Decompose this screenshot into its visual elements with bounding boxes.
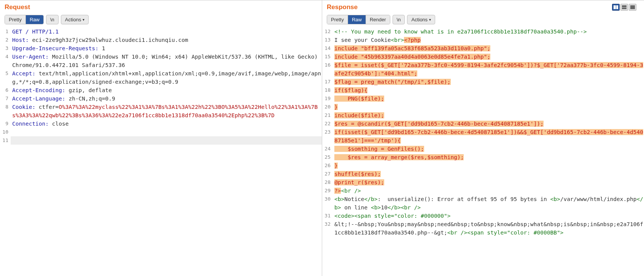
line-content[interactable]: if($flag){ [333,86,644,94]
code-token: Cookie: [12,104,35,110]
code-token: ctfer [35,104,55,110]
code-token: $somthing = GenFiles(); [334,146,424,152]
code-token: <b> [334,196,344,202]
request-title: Request [5,3,30,11]
line-content[interactable]: Accept: text/html,application/xhtml+xml,… [11,69,322,86]
line-number: 31 [322,212,333,220]
code-token: <br /> [341,188,361,194]
line-number: 5 [0,69,11,86]
code-token: Mozilla/5.0 (Windows NT 10.0; Win64; x64… [12,54,321,68]
line-number: 28 [322,178,333,187]
code-token: @print_r($res); [334,179,384,185]
line-number: 20 [322,103,333,111]
code-line: 11 [0,136,322,145]
layout-split-horizontal-button[interactable] [620,4,628,11]
response-view-tabs: Pretty Raw Render [327,15,390,24]
code-line: 3Upgrade-Insecure-Requests: 1 [0,44,322,53]
line-content[interactable] [11,128,322,136]
code-token: <br /><span style="color: #0000BB"> [447,230,564,236]
code-token: include "bff139fa05ac583f685a523ab3d110a… [334,45,490,51]
line-content[interactable]: $file = isset($_GET['72aa377b-3fc0-4599-… [333,61,644,78]
request-header: Request [0,0,322,13]
line-content[interactable]: if(isset($_GET['dd9bd165-7cb2-446b-bece-… [333,128,644,145]
line-number: 4 [0,53,11,69]
line-content[interactable]: Connection: close [11,120,322,128]
tab-raw[interactable]: Raw [348,15,366,24]
line-number: 26 [322,161,333,170]
code-line: 7Accept-Language: zh-CN,zh;q=0.9 [0,94,322,103]
line-content[interactable]: Accept-Encoding: gzip, deflate [11,86,322,94]
code-token: } [334,163,338,169]
tab-raw[interactable]: Raw [26,15,43,24]
newline-button[interactable]: \n [393,15,405,24]
line-content[interactable]: include($file); [333,111,644,120]
line-content[interactable] [11,136,322,145]
line-number: 30 [322,195,333,212]
chevron-down-icon: ▾ [83,18,84,22]
line-content[interactable]: $res = @scandir($_GET['dd9bd165-7cb2-446… [333,120,644,128]
code-token: GET / HTTP/1.1 [12,29,59,35]
layout-toggle [612,4,639,11]
code-line: 25 $res = array_merge($res,$somthing); [322,153,644,161]
line-content[interactable]: } [333,161,644,170]
line-content[interactable]: Cookie: ctfer=O%3A7%3A%22myclass%22%3A1%… [11,103,322,120]
line-number: 7 [0,94,11,103]
response-panel: Response Pretty Raw Render \n [322,0,644,276]
response-code-area[interactable]: 12<!-- You may need to know what is in e… [322,27,644,276]
actions-button[interactable]: Actions ▾ [61,15,89,24]
line-number: 18 [322,86,333,94]
tab-pretty[interactable]: Pretty [327,15,348,24]
line-number: 2 [0,36,11,44]
line-content[interactable]: @print_r($res); [333,178,644,187]
chevron-down-icon: ▾ [429,18,431,22]
code-line: 5Accept: text/html,application/xhtml+xml… [0,69,322,86]
line-content[interactable]: User-Agent: Mozilla/5.0 (Windows NT 10.0… [11,53,322,69]
line-number: 6 [0,86,11,94]
line-content[interactable]: $res = array_merge($res,$somthing); [333,153,644,161]
line-number: 10 [0,128,11,136]
line-content[interactable]: } [333,103,644,111]
actions-button[interactable]: Actions ▾ [407,15,435,24]
request-code-area[interactable]: 1GET / HTTP/1.12Host: eci-2ze9gh3z7jcw29… [0,27,322,276]
layout-split-vertical-button[interactable] [612,4,620,11]
response-title: Response [327,3,358,11]
line-content[interactable]: Host: eci-2ze9gh3z7jcw29alwhuz.cloudeci1… [11,36,322,44]
line-content[interactable]: ?><br /> [333,187,644,195]
tab-render[interactable]: Render [366,15,390,24]
line-content[interactable]: <!-- You may need to know what is in e2a… [333,27,644,36]
newline-button[interactable]: \n [46,15,59,24]
line-content[interactable]: <code><span style="color: #000000"> [333,212,644,220]
code-token: gzip, deflate [65,87,112,93]
response-toolbar: Pretty Raw Render \n Actions ▾ [322,13,644,27]
line-content[interactable]: PNG($file); [333,94,644,103]
code-line: 23if(isset($_GET['dd9bd165-7cb2-446b-bec… [322,128,644,145]
line-content[interactable]: Accept-Language: zh-CN,zh;q=0.9 [11,94,322,103]
response-header: Response [322,0,644,13]
line-number: 9 [0,120,11,128]
code-token: Accept-Encoding: [12,87,65,93]
line-content[interactable]: <b>Notice</b>: unserialize(): Error at o… [333,195,644,212]
line-content[interactable]: I see your Cookie<br><?php [333,36,644,44]
code-token: 10 [381,204,387,211]
line-number: 22 [322,120,333,128]
code-token: $flag = preg_match("/tmp/i",$file); [334,79,451,85]
line-content[interactable]: $somthing = GenFiles(); [333,145,644,153]
line-content[interactable]: $flag = preg_match("/tmp/i",$file); [333,78,644,86]
code-line: 6Accept-Encoding: gzip, deflate [0,86,322,94]
code-line: 9Connection: close [0,120,322,128]
tab-pretty[interactable]: Pretty [5,15,26,24]
line-content[interactable]: &lt;!--&nbsp;You&nbsp;may&nbsp;need&nbsp… [333,220,644,237]
line-content[interactable]: Upgrade-Insecure-Requests: 1 [11,44,322,53]
line-number: 3 [0,44,11,53]
layout-full-button[interactable] [629,4,636,11]
code-token: <b> [371,204,381,211]
line-content[interactable]: shuffle($res); [333,170,644,178]
actions-label: Actions [65,17,81,22]
actions-label: Actions [411,17,428,22]
line-content[interactable]: GET / HTTP/1.1 [11,27,322,36]
code-token: Accept: [12,70,35,77]
code-line: 27shuffle($res); [322,170,644,178]
code-token: <?php [404,37,421,43]
line-content[interactable]: include "45b963397aa40d4a0063e0d85e4fe7a… [333,53,644,61]
line-content[interactable]: include "bff139fa05ac583f685a523ab3d110a… [333,44,644,53]
